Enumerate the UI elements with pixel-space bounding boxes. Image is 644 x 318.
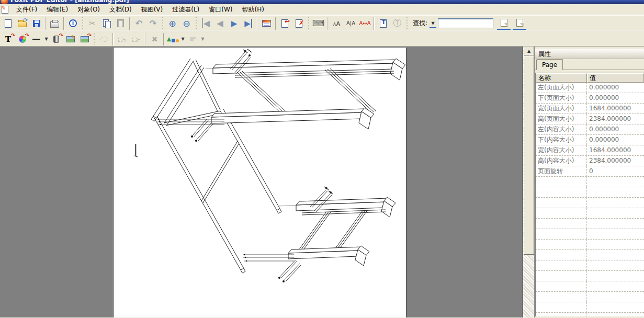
save-button[interactable] [29,17,43,30]
property-row[interactable]: 页面旋转0 [536,166,644,177]
bring-forward-button[interactable]: ↰ [115,32,129,46]
align-button[interactable] [186,32,200,46]
find-dropdown[interactable]: ▼ [430,19,436,28]
previous-page-button[interactable]: ◀ [213,17,227,30]
find-previous-button[interactable] [497,17,511,30]
last-page-button[interactable]: ▶ [241,17,255,30]
text-tool-icon: Ⓣ [393,18,402,29]
cut-button[interactable]: ✂ [85,17,99,30]
property-row[interactable]: 宽(内容大小)1684.000000 [536,145,644,156]
add-line-button[interactable] [29,32,43,46]
previous-page-icon: ◀ [217,18,223,28]
tab-page[interactable]: Page [536,59,563,70]
rotate-page-button[interactable]: ↩ [278,17,292,30]
next-page-icon: ▶ [231,19,238,28]
add-text-button[interactable]: T↷ [1,32,15,46]
find-previous-icon [501,19,507,27]
menu-edit[interactable]: 编辑(E) [42,4,73,15]
font-tracking-button[interactable]: A↔A [358,17,372,30]
menu-object[interactable]: 对象(O) [73,4,105,15]
document-info-button[interactable]: i [66,17,80,30]
find-input[interactable] [438,18,493,28]
new-document-icon [5,19,12,28]
vertical-scrollbar[interactable]: ▲ [523,47,534,317]
scroll-up-button[interactable]: ▲ [524,47,534,55]
font-spacing-button[interactable]: A|A [344,17,358,30]
add-text-arrow-icon: ↷ [11,32,15,38]
undo-button[interactable]: ↶ [132,17,146,30]
shapes-dropdown[interactable]: ▼ [180,37,186,41]
keyboard-button[interactable]: ⌨ [311,17,325,30]
delete-object-button[interactable]: ✖ [148,32,162,46]
send-backward-button[interactable]: ↱ [129,32,143,46]
panel-tabs: Page [535,59,644,70]
scroll-thumb[interactable] [524,56,534,255]
print-button[interactable] [48,17,62,30]
menu-filter[interactable]: 过滤器(L) [167,4,204,15]
rotate-arrow-icon: ↩ [285,18,290,25]
document-page[interactable] [113,48,406,317]
property-row[interactable]: 左(内容大小)0.000000 [536,124,644,135]
insert-text-button[interactable]: T [376,17,390,30]
properties-panel: 属性 Page 名称 值 左(页面大小)0.000000 下(页面大小)0.00… [535,47,644,317]
add-shading-button[interactable]: ↷ [15,32,29,46]
bring-forward-icon: ↰ [118,34,127,44]
text-tool-button[interactable]: Ⓣ [390,17,404,30]
property-row[interactable]: 高(页面大小)2384.000000 [536,114,644,124]
add-image-button[interactable]: ↷ [77,32,92,46]
zoom-in-icon: ⊕ [168,18,176,29]
line-dropdown[interactable]: ▼ [43,37,49,41]
redo-button[interactable]: ↷ [146,17,160,30]
font-tracking-icon: A↔A [359,20,370,26]
menu-view[interactable]: 视图(V) [137,4,168,15]
page-layout-icon [262,20,271,27]
find-next-button[interactable] [513,17,526,30]
object-toolbar: T↷ ↷ ▼ ↷ ✎ ↷ ↰ ↱ ✖ ▲ ▼ ▼ [0,31,644,47]
page-layout-button[interactable] [259,17,274,30]
column-value[interactable]: 值 [587,73,644,83]
delete-object-icon: ✖ [152,35,158,43]
empty-row [536,292,644,302]
panel-title: 属性 [535,49,644,59]
property-row[interactable]: 左(页面大小)0.000000 [536,83,644,93]
menu-document[interactable]: 文档(D) [105,4,137,15]
first-page-button[interactable]: ◀ [199,17,213,30]
add-gradient-button[interactable]: ↷ [49,32,63,46]
font-size-button[interactable]: AA [330,17,344,30]
empty-row [536,240,644,250]
align-dropdown[interactable]: ▼ [200,37,206,41]
edit-image-button[interactable]: ✎ [63,32,77,46]
column-name[interactable]: 名称 [536,73,587,83]
line-icon [32,39,40,40]
property-row[interactable]: 下(页面大小)0.000000 [536,93,644,104]
empty-row [536,177,644,187]
find-label: 查找: [413,19,427,28]
menu-bar: 文件(F) 编辑(E) 对象(O) 文档(D) 视图(V) 过滤器(L) 窗口(… [0,4,644,15]
undo-icon: ↶ [135,18,142,28]
lasso-icon [100,37,108,42]
image-pen-icon: ✎ [71,34,76,41]
new-document-button[interactable] [1,17,15,30]
menu-window[interactable]: 窗口(W) [204,4,237,15]
open-button[interactable] [15,17,29,30]
copy-button[interactable] [99,17,114,30]
redo-icon: ↷ [150,18,156,28]
menu-help[interactable]: 帮助(H) [238,4,269,15]
empty-row [536,281,644,292]
edit-object-button[interactable] [97,32,111,46]
property-row[interactable]: 高(内容大小)2384.000000 [536,156,644,166]
zoom-out-button[interactable]: ⊖ [179,17,194,30]
next-page-button[interactable]: ▶ [227,17,241,30]
gradient-arrow-icon: ↷ [59,32,63,38]
empty-row [536,271,644,281]
delete-page-button[interactable]: ✗ [292,17,306,30]
window-title: Foxit PDF Editor - [anzhuang.pdf] [10,0,129,4]
property-row[interactable]: 宽(页面大小)1684.000000 [536,104,644,114]
property-row[interactable]: 下(内容大小)0.000000 [536,135,644,145]
zoom-in-button[interactable]: ⊕ [165,17,179,30]
paste-button[interactable] [114,17,128,30]
first-page-icon: ◀ [202,18,210,28]
paste-icon [117,19,124,27]
menu-file[interactable]: 文件(F) [12,4,42,15]
add-shapes-button[interactable]: ▲ [166,32,180,46]
